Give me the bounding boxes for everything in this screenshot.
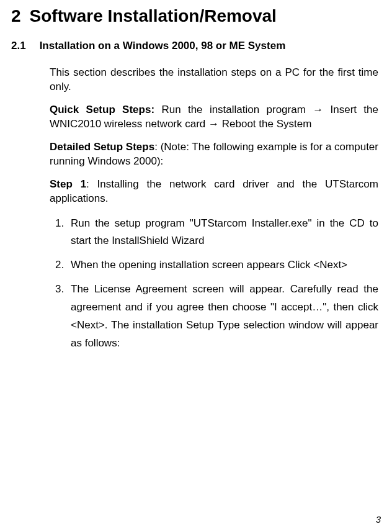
step1-text: : Installing the network card driver and… [50,178,378,204]
chapter-title-text: Software Installation/Removal [30,6,277,26]
section-title: Installation on a Windows 2000, 98 or ME… [40,40,286,52]
detailed-setup-paragraph: Detailed Setup Steps: (Note: The followi… [50,140,378,169]
chapter-number: 2 [11,6,21,26]
list-item: The License Agreement screen will appear… [67,281,378,353]
quick-setup-paragraph: Quick Setup Steps: Run the installation … [50,103,378,132]
list-item: When the opening installation screen app… [67,256,378,274]
step1-label: Step 1 [50,178,86,190]
list-item: Run the setup program "UTStarcom Install… [67,215,378,251]
intro-paragraph: This section describes the installation … [50,66,378,94]
quick-setup-label: Quick Setup Steps: [50,104,154,115]
section-heading: 2.1 Installation on a Windows 2000, 98 o… [11,40,381,52]
detailed-setup-label: Detailed Setup Steps [50,141,154,153]
chapter-title: 2 Software Installation/Removal [11,6,381,26]
step1-paragraph: Step 1: Installing the network card driv… [50,178,378,206]
numbered-list: Run the setup program "UTStarcom Install… [50,215,378,353]
page-number: 3 [376,514,381,525]
section-number: 2.1 [11,40,26,52]
